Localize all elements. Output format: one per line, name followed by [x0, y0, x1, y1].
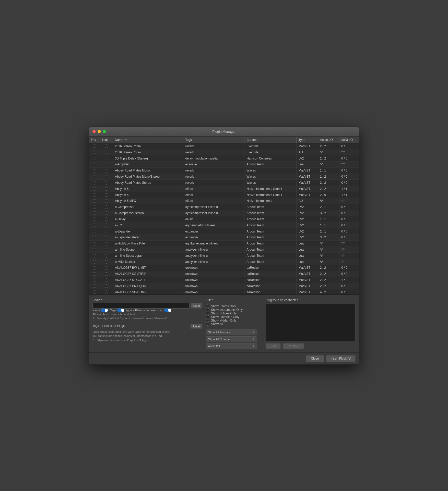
hide-radio[interactable]: [105, 199, 108, 203]
col-header-name[interactable]: Name ▼: [113, 137, 183, 143]
table-row[interactable]: a-Expander expander Ardour Team LV2 2 / …: [89, 228, 359, 235]
fav-radio[interactable]: [93, 260, 96, 264]
maximize-window-button[interactable]: [103, 130, 106, 133]
fav-radio[interactable]: [93, 163, 96, 166]
fav-radio[interactable]: [93, 278, 96, 282]
table-row[interactable]: a-MIDI Monitor analyser inline-ui Ardour…: [89, 259, 359, 265]
table-row[interactable]: ANALOG87 MD-GATE unknown eaReckon MacVST…: [89, 277, 359, 283]
col-header-midi[interactable]: MIDI I/O: [339, 137, 359, 143]
table-row[interactable]: ANALOG87 BW-LIMIT unknown eaReckon MacVS…: [89, 265, 359, 271]
hide-radio[interactable]: [105, 260, 108, 264]
table-row[interactable]: a-Delay delay Ardour Team LV2 1 / 1 0 / …: [89, 216, 359, 222]
hide-radio[interactable]: [105, 144, 108, 148]
fav-radio[interactable]: [93, 272, 96, 276]
table-row[interactable]: 2016 Stereo Room reverb Eventide AU */* …: [89, 149, 359, 155]
ignore-filters-toggle-pill[interactable]: Ignore Filters when searching: [126, 309, 171, 312]
add-button[interactable]: Add: [266, 343, 281, 349]
remove-button[interactable]: Remove: [283, 343, 304, 349]
hide-radio[interactable]: [105, 236, 108, 239]
table-row[interactable]: a-Inline Scope analyser inline-ui Ardour…: [89, 247, 359, 253]
hide-radio[interactable]: [105, 217, 108, 221]
table-row[interactable]: a-EQ eq:parametric inline-ui Ardour Team…: [89, 222, 359, 228]
fav-radio[interactable]: [93, 199, 96, 203]
col-header-creator[interactable]: Creator: [244, 137, 297, 143]
table-row[interactable]: Abbey Road Plates Mono reverb Waves MacV…: [89, 167, 359, 174]
table-row[interactable]: a-High/Low Pass Filter eq:filter example…: [89, 240, 359, 247]
col-header-hide[interactable]: Hide: [100, 137, 113, 143]
table-row[interactable]: ANALOG87 SD-COMP unknown eaReckon MacVST…: [89, 289, 359, 295]
format-dropdown[interactable]: Show All Formats ▼: [206, 329, 257, 335]
fav-radio[interactable]: [93, 254, 96, 257]
fav-radio[interactable]: [93, 230, 96, 233]
table-row[interactable]: Absynth 5 effect Native Instruments GmbH…: [89, 186, 359, 192]
col-header-tags[interactable]: Tags: [183, 137, 244, 143]
fav-radio[interactable]: [93, 175, 96, 178]
creator-dropdown[interactable]: Show All Creators ▼: [206, 336, 257, 342]
name-toggle-switch[interactable]: [101, 309, 108, 312]
fav-radio[interactable]: [93, 224, 96, 227]
fav-radio[interactable]: [93, 205, 96, 209]
col-header-fav[interactable]: Fav: [89, 137, 100, 143]
hide-radio[interactable]: [105, 169, 108, 173]
hide-radio[interactable]: [105, 175, 108, 178]
table-row[interactable]: Abbey Road Plates Stereo reverb Waves Ma…: [89, 180, 359, 186]
hide-radio[interactable]: [105, 211, 108, 215]
table-row[interactable]: Abbey Road Plates Mono/Stereo reverb Wav…: [89, 174, 359, 180]
filter-option-show-hidden[interactable]: Show Hidden Only: [206, 319, 262, 322]
hide-radio[interactable]: [105, 224, 108, 227]
tags-toggle-pill[interactable]: Tags: [110, 309, 124, 312]
audio-io-dropdown[interactable]: Audio I/O ▼: [206, 343, 257, 349]
search-input[interactable]: [92, 303, 190, 309]
filter-option-show-utilities[interactable]: Show Utilities Only: [206, 312, 262, 315]
fav-radio[interactable]: [93, 242, 96, 245]
close-window-button[interactable]: [92, 130, 96, 133]
fav-radio[interactable]: [93, 151, 96, 154]
tags-toggle-switch[interactable]: [117, 309, 124, 312]
fav-radio[interactable]: [93, 157, 96, 160]
table-row[interactable]: a-Amplifier example Ardour Team Lua */* …: [89, 161, 359, 167]
table-row[interactable]: Absynth 5 effect Native Instruments GmbH…: [89, 192, 359, 198]
hide-radio[interactable]: [105, 205, 108, 209]
fav-radio[interactable]: [93, 144, 96, 148]
hide-radio[interactable]: [105, 187, 108, 191]
ignore-filters-switch[interactable]: [164, 309, 171, 312]
hide-radio[interactable]: [105, 290, 108, 294]
table-row[interactable]: a-Compressor dyn:compressor inline-ui Ar…: [89, 204, 359, 210]
hide-radio[interactable]: [105, 272, 108, 276]
filter-option-show-instruments[interactable]: Show Instruments Only: [206, 308, 262, 312]
hide-radio[interactable]: [105, 254, 108, 257]
fav-radio[interactable]: [93, 248, 96, 251]
table-row[interactable]: Absynth 5 MFX effect Native Instruments …: [89, 198, 359, 204]
table-row[interactable]: 2016 Stereo Room reverb Eventide MacVST …: [89, 143, 359, 149]
clear-button[interactable]: Clear: [191, 303, 202, 309]
fav-radio[interactable]: [93, 284, 96, 288]
filter-option-show-favorites[interactable]: Show Favorites Only: [206, 315, 262, 319]
insert-plugins-button[interactable]: Insert Plugin(s): [326, 355, 356, 362]
table-row[interactable]: 3D Triple Delay (Stereo) delay modulatio…: [89, 155, 359, 162]
plugin-table-container[interactable]: Fav Hide Name ▼ Tags Creator Type Audio …: [89, 137, 359, 295]
fav-radio[interactable]: [93, 193, 96, 197]
hide-radio[interactable]: [105, 163, 108, 166]
minimize-window-button[interactable]: [98, 130, 101, 133]
table-row[interactable]: ANALOG87 CS-STRIP unknown eaReckon MacVS…: [89, 271, 359, 277]
table-row[interactable]: a-Expander stereo expander Ardour Team L…: [89, 234, 359, 240]
hide-radio[interactable]: [105, 181, 108, 185]
hide-radio[interactable]: [105, 193, 108, 197]
hide-radio[interactable]: [105, 278, 108, 282]
filter-option-show-effects[interactable]: Show Effects Only: [206, 304, 262, 308]
table-row[interactable]: a-Compressor stereo dyn:compressor inlin…: [89, 210, 359, 216]
fav-radio[interactable]: [93, 290, 96, 294]
fav-radio[interactable]: [93, 266, 96, 270]
col-header-audio[interactable]: Audio I/O: [318, 137, 339, 143]
close-button[interactable]: Close: [306, 355, 324, 362]
hide-radio[interactable]: [105, 242, 108, 245]
name-toggle-pill[interactable]: Name: [92, 309, 108, 312]
table-row[interactable]: a-Inline Spectrogram analyser inline-ui …: [89, 253, 359, 259]
fav-radio[interactable]: [93, 181, 96, 185]
table-row[interactable]: ANALOG87 PR-EQUA unknown eaReckon MacVST…: [89, 283, 359, 289]
fav-radio[interactable]: [93, 236, 96, 239]
fav-radio[interactable]: [93, 211, 96, 215]
hide-radio[interactable]: [105, 157, 108, 160]
reset-button[interactable]: Reset: [190, 324, 202, 329]
hide-radio[interactable]: [105, 284, 108, 288]
